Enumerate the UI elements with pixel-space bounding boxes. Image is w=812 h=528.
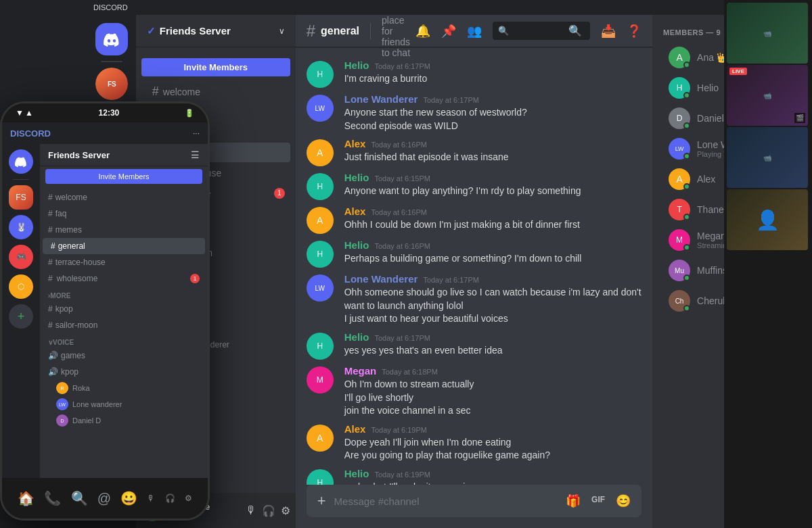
deafen-button[interactable]: 🎧 bbox=[262, 504, 275, 517]
phone-speaker-icon-2: 🔊 bbox=[48, 367, 58, 377]
status-dot-helio bbox=[683, 92, 690, 99]
message-group-7: LW Lone Wanderer Today at 6:17PM Ohh som… bbox=[296, 272, 652, 327]
phone-hash-icon: # bbox=[48, 193, 53, 202]
phone-voice-games[interactable]: 🔊games bbox=[40, 347, 208, 364]
phone-voice-member-roka: R Roka bbox=[40, 380, 208, 396]
message-text-10b: Are you going to play that roguelike gam… bbox=[344, 449, 641, 462]
phone-channel-faq[interactable]: #faq bbox=[40, 206, 208, 222]
phone-settings-icon[interactable]: ⚙ bbox=[185, 494, 192, 503]
phone-emoji-btn[interactable]: 😀 bbox=[120, 490, 137, 506]
phone-hash-icon: # bbox=[48, 320, 53, 330]
member-avatar-wrapper-alex: A bbox=[669, 168, 690, 190]
phone-channel-kpop[interactable]: #kpop bbox=[40, 301, 208, 317]
gift-icon[interactable]: 🎁 bbox=[566, 494, 581, 508]
message-text-7a: Ohh someone should go live so I can watc… bbox=[344, 286, 641, 312]
message-author-helio: Helio bbox=[344, 59, 369, 71]
message-timestamp-1: Today at 6:17PM bbox=[374, 62, 430, 70]
phone-channel-memes[interactable]: #memes bbox=[40, 222, 208, 238]
phone-server-icon-3[interactable]: 🎮 bbox=[9, 245, 33, 269]
message-group-4: H Helio Today at 6:15PM Anyone want to p… bbox=[296, 170, 652, 201]
member-avatar-wrapper-helio: H bbox=[669, 77, 690, 99]
members-list-icon[interactable]: 👥 bbox=[467, 24, 482, 39]
phone-left-nav: FS 🐰 🎮 ⬡ + bbox=[2, 144, 40, 478]
phone-server-icon-4[interactable]: ⬡ bbox=[9, 274, 33, 299]
phone-voice-kpop[interactable]: 🔊kpop bbox=[40, 364, 208, 380]
live-badge: LIVE bbox=[729, 68, 747, 75]
server-icon-friends[interactable]: FS bbox=[95, 68, 128, 100]
help-icon[interactable]: ❓ bbox=[627, 24, 641, 39]
channel-name-welcome: welcome bbox=[163, 87, 285, 97]
message-author-alex-3: Alex bbox=[344, 423, 366, 435]
title-bar: DISCORD bbox=[88, 0, 812, 15]
message-author-megan: Megan bbox=[344, 365, 377, 377]
status-dot-ana bbox=[683, 62, 690, 68]
phone-at-btn[interactable]: @ bbox=[97, 491, 111, 506]
phone-call-btn[interactable]: 📞 bbox=[44, 490, 61, 506]
message-content-4: Helio Today at 6:15PM Anyone want to pla… bbox=[344, 172, 641, 200]
message-text-2a: Anyone start the new season of westworld… bbox=[344, 106, 641, 120]
phone-server-icon-2[interactable]: 🐰 bbox=[9, 215, 33, 239]
phone-device: ▼ ▲ 12:30 🔋 DISCORD ··· FS 🐰 🎮 ⬡ + Frien… bbox=[0, 101, 210, 521]
user-settings-button[interactable]: ⚙ bbox=[281, 504, 290, 517]
phone-home-btn[interactable]: 🏠 bbox=[18, 490, 35, 506]
message-author-lone-2: Lone Wanderer bbox=[344, 273, 418, 285]
message-header-10: Alex Today at 6:19PM bbox=[344, 423, 641, 435]
message-text-5: Ohhh I could be down I'm just making a b… bbox=[344, 218, 641, 232]
phone-channel-sailor-moon[interactable]: #sailor-moon bbox=[40, 317, 208, 333]
discord-home-icon[interactable] bbox=[95, 23, 128, 55]
search-input[interactable] bbox=[498, 26, 566, 36]
phone-channel-wholesome[interactable]: # wholesome 1 bbox=[40, 270, 208, 287]
message-author-lone-1: Lone Wanderer bbox=[344, 93, 418, 105]
phone-more-category[interactable]: ›MORE bbox=[40, 287, 208, 301]
phone-friends-server-icon[interactable]: FS bbox=[9, 185, 33, 210]
avatar-alex-2: A bbox=[307, 207, 334, 234]
phone-hash-icon: # bbox=[48, 274, 53, 283]
message-content-5: Alex Today at 6:16PM Ohhh I could be dow… bbox=[344, 206, 641, 234]
phone-hamburger-icon[interactable]: ☰ bbox=[191, 149, 200, 160]
notification-bell-icon[interactable]: 🔔 bbox=[415, 24, 430, 39]
phone-voice-member-lone: LW Lone wanderer bbox=[40, 396, 208, 412]
preview-2: 📹 LIVE 🎬 bbox=[727, 65, 808, 126]
mute-button[interactable]: 🎙 bbox=[246, 504, 256, 517]
message-text-3: Just finished that episode it was insane bbox=[344, 151, 641, 164]
phone-add-server-icon[interactable]: + bbox=[9, 304, 33, 329]
status-dot-muffins bbox=[683, 274, 690, 281]
phone-search-btn[interactable]: 🔍 bbox=[71, 490, 88, 506]
message-timestamp-6: Today at 6:16PM bbox=[374, 242, 430, 250]
phone-channel-terrace-house[interactable]: #terrace-house bbox=[40, 254, 208, 270]
message-header-11: Helio Today at 6:19PM bbox=[344, 468, 641, 479]
message-content-7: Lone Wanderer Today at 6:17PM Ohh someon… bbox=[344, 273, 641, 326]
server-name-header: ✓ Friends Server bbox=[147, 25, 231, 37]
message-input[interactable] bbox=[334, 496, 558, 507]
phone-invite-button[interactable]: Invite Members bbox=[45, 169, 202, 184]
phone-home-icon[interactable] bbox=[9, 149, 33, 174]
message-text-9b: I'll go live shortly bbox=[344, 391, 641, 405]
avatar-helio-1: H bbox=[307, 61, 334, 88]
message-header-7: Lone Wanderer Today at 6:17PM bbox=[344, 273, 641, 285]
channel-item-welcome[interactable]: # welcome bbox=[141, 82, 290, 101]
inbox-icon[interactable]: 📥 bbox=[601, 24, 616, 39]
attach-file-button[interactable]: + bbox=[317, 492, 326, 510]
avatar-alex-3: A bbox=[307, 425, 334, 452]
message-group-10: A Alex Today at 6:19PM Dope yeah I'll jo… bbox=[296, 422, 652, 464]
phone-channel-welcome[interactable]: #welcome bbox=[40, 189, 208, 206]
gif-button[interactable]: GIF bbox=[589, 494, 608, 508]
emoji-picker-button[interactable]: 😊 bbox=[616, 494, 631, 508]
message-text-4: Anyone want to play anything? I'm rdy to… bbox=[344, 185, 641, 198]
pin-icon[interactable]: 📌 bbox=[441, 24, 456, 39]
message-content-8: Helio Today at 6:17PM yes yes yes that's… bbox=[344, 331, 641, 360]
phone-discord-bar: DISCORD ··· bbox=[2, 122, 208, 144]
server-name-text: Friends Server bbox=[160, 25, 231, 37]
server-header[interactable]: ✓ Friends Server ∨ bbox=[136, 15, 296, 47]
phone-channels: #welcome #faq #memes #general #terrace-h… bbox=[40, 187, 208, 431]
invite-btn-container: Invite Members bbox=[136, 58, 296, 76]
server-verified-icon: ✓ bbox=[147, 25, 156, 37]
stream-icon: 🎬 bbox=[794, 113, 805, 123]
message-content-2: Lone Wanderer Today at 6:17PM Anyone sta… bbox=[344, 93, 641, 133]
invite-members-button[interactable]: Invite Members bbox=[141, 58, 290, 76]
phone-channel-general[interactable]: #general bbox=[43, 238, 205, 254]
preview-4: 👤 bbox=[727, 189, 808, 250]
message-author-alex-2: Alex bbox=[344, 206, 366, 217]
message-group-1: H Helio Today at 6:17PM I'm craving a bu… bbox=[296, 58, 652, 89]
phone-voice-category[interactable]: ∨VOICE bbox=[40, 333, 208, 347]
